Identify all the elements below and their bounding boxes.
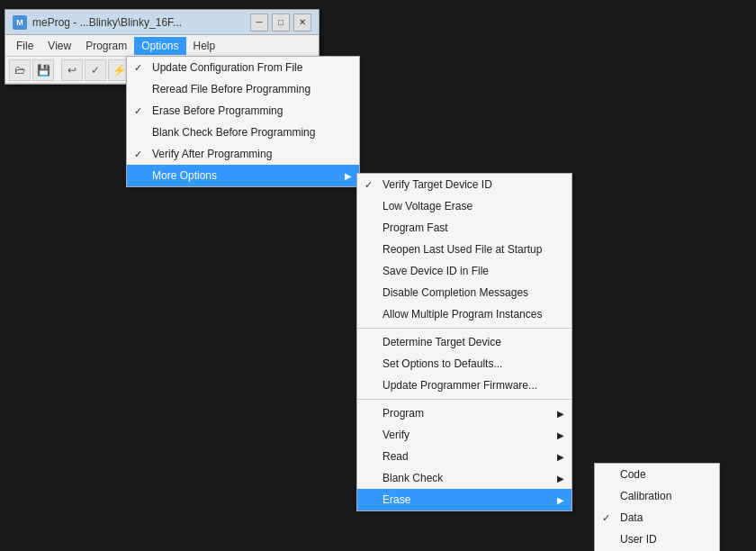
toolbar-open[interactable]: 🗁 <box>9 59 31 81</box>
titlebar-controls: ─ □ ✕ <box>250 14 311 32</box>
menu-item-update-firmware[interactable]: Update Programmer Firmware... <box>357 375 572 396</box>
menu-item-allow-multiple[interactable]: Allow Multiple Program Instances <box>357 303 572 325</box>
menu-item-erase-userid[interactable]: User ID <box>595 528 719 550</box>
menu-item-disable-completion[interactable]: Disable Completion Messages <box>357 282 572 303</box>
toolbar-reload[interactable]: ↩ <box>61 59 83 81</box>
program-arrow: ▶ <box>557 409 564 419</box>
toolbar-save[interactable]: 💾 <box>32 59 54 81</box>
menu-item-determine-target[interactable]: Determine Target Device <box>357 331 572 353</box>
menu-item-save-device-id[interactable]: Save Device ID in File <box>357 260 572 282</box>
maximize-button[interactable]: □ <box>272 14 290 32</box>
menu-item-reopen-last[interactable]: Reopen Last Used File at Startup <box>357 239 572 260</box>
titlebar-left: M meProg - ...Blinky\Blinky_16F... <box>13 15 182 30</box>
menu-item-blank-check[interactable]: Blank Check Before Programming <box>127 122 359 143</box>
more-options-dropdown: ✓ Verify Target Device ID Low Voltage Er… <box>356 173 572 511</box>
menu-item-erase-data[interactable]: ✓ Data <box>595 507 719 528</box>
window-title: meProg - ...Blinky\Blinky_16F... <box>32 16 182 29</box>
menu-item-low-voltage[interactable]: Low Voltage Erase <box>357 195 572 217</box>
menu-item-more-options[interactable]: More Options ▶ <box>127 165 359 186</box>
separator-2 <box>357 399 572 400</box>
checkmark-erase-data: ✓ <box>602 512 610 524</box>
verify-arrow: ▶ <box>557 430 564 440</box>
checkmark-update-config: ✓ <box>134 62 142 74</box>
menu-options[interactable]: Options <box>134 37 185 55</box>
menu-help[interactable]: Help <box>186 37 223 55</box>
menu-item-erase-sub[interactable]: Erase ▶ <box>357 489 572 510</box>
titlebar: M meProg - ...Blinky\Blinky_16F... ─ □ ✕ <box>5 10 319 35</box>
blank-check-arrow: ▶ <box>557 474 564 483</box>
menu-item-verify-after[interactable]: ✓ Verify After Programming <box>127 143 359 165</box>
menu-item-read-sub[interactable]: Read ▶ <box>357 446 572 467</box>
checkmark-verify-device-id: ✓ <box>364 179 373 191</box>
menu-item-verify-device-id[interactable]: ✓ Verify Target Device ID <box>357 174 572 195</box>
minimize-button[interactable]: ─ <box>250 14 268 32</box>
menu-file[interactable]: File <box>9 37 40 55</box>
more-options-arrow: ▶ <box>345 171 352 181</box>
erase-arrow: ▶ <box>557 495 564 505</box>
toolbar-verify[interactable]: ✓ <box>85 59 106 81</box>
menu-item-erase-calibration[interactable]: Calibration <box>595 485 719 507</box>
menu-item-update-config[interactable]: ✓ Update Configuration From File <box>127 57 359 78</box>
menu-item-verify-sub[interactable]: Verify ▶ <box>357 424 572 446</box>
menu-item-reread-file[interactable]: Reread File Before Programming <box>127 78 359 100</box>
menu-item-set-defaults[interactable]: Set Options to Defaults... <box>357 353 572 375</box>
read-arrow: ▶ <box>557 452 564 462</box>
menu-item-program-fast[interactable]: Program Fast <box>357 217 572 239</box>
checkmark-verify-after: ✓ <box>134 149 142 160</box>
menu-program[interactable]: Program <box>78 37 134 55</box>
erase-dropdown: Code Calibration ✓ Data User ID ✓ Config… <box>594 463 720 551</box>
close-button[interactable]: ✕ <box>293 14 311 32</box>
separator-1 <box>357 328 572 329</box>
menubar: File View Program Options Help <box>5 35 319 57</box>
menu-item-blank-check-sub[interactable]: Blank Check ▶ <box>357 467 572 489</box>
menu-item-erase-before[interactable]: ✓ Erase Before Programming <box>127 100 359 122</box>
menu-item-erase-code[interactable]: Code <box>595 464 719 485</box>
app-icon: M <box>13 15 27 30</box>
options-dropdown: ✓ Update Configuration From File Reread … <box>126 56 360 187</box>
checkmark-erase-before: ✓ <box>134 105 142 117</box>
menu-item-program-sub[interactable]: Program ▶ <box>357 402 572 424</box>
menu-view[interactable]: View <box>40 37 78 55</box>
